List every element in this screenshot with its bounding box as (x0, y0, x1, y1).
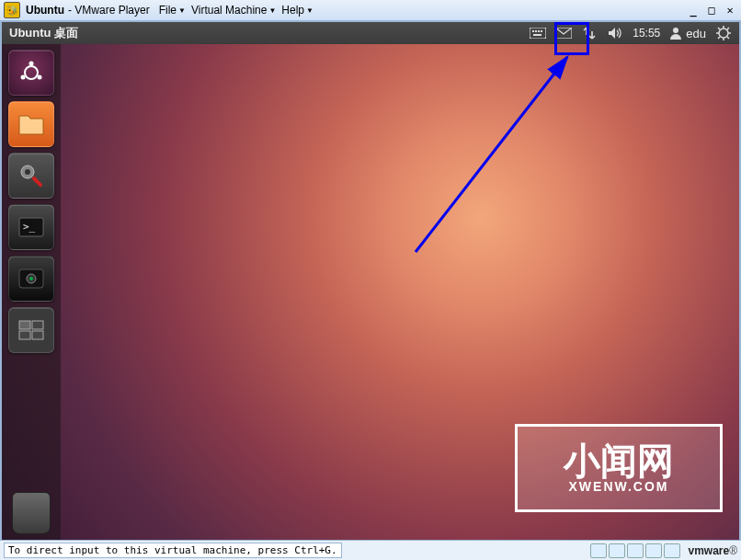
guest-display[interactable]: Ubuntu 桌面 15:55 edu (0, 21, 741, 540)
tray-device-icon[interactable] (609, 543, 625, 558)
watermark-overlay: 小闻网 XWENW.COM (515, 424, 723, 512)
svg-text:>_: >_ (23, 221, 36, 233)
statusbar-right: vmware® (590, 543, 737, 558)
svg-point-8 (673, 28, 678, 33)
ubuntu-top-panel: Ubuntu 桌面 15:55 edu (2, 22, 739, 44)
vmware-menu: File▼ Virtual Machine▼ Help▼ (159, 4, 314, 17)
svg-point-12 (21, 75, 26, 80)
indicator-area: 15:55 edu (530, 25, 732, 41)
user-name: edu (686, 27, 706, 40)
svg-rect-1 (532, 30, 534, 32)
system-indicator-icon[interactable] (715, 25, 732, 41)
svg-rect-24 (19, 331, 30, 339)
vm-title-prefix: Ubuntu (26, 4, 64, 17)
vmware-window: 🐝 Ubuntu - VMware Player File▼ Virtual M… (0, 0, 741, 560)
mail-indicator-icon[interactable] (555, 25, 572, 41)
tray-device-icon[interactable] (664, 543, 680, 558)
svg-point-11 (29, 62, 34, 66)
menu-help[interactable]: Help▼ (281, 4, 314, 17)
menu-file[interactable]: File▼ (159, 4, 186, 17)
launcher-trash-area (2, 492, 61, 534)
launcher-dash-home[interactable] (8, 50, 54, 96)
svg-point-10 (25, 66, 38, 79)
user-indicator[interactable]: edu (669, 27, 706, 40)
app-menu-title[interactable]: Ubuntu 桌面 (9, 25, 78, 41)
keyboard-indicator-icon[interactable] (530, 25, 546, 41)
vmware-titlebar: 🐝 Ubuntu - VMware Player File▼ Virtual M… (0, 0, 741, 21)
menu-virtual-machine[interactable]: Virtual Machine▼ (191, 4, 276, 17)
svg-rect-2 (535, 30, 537, 32)
chevron-down-icon: ▼ (306, 6, 314, 15)
svg-rect-16 (31, 176, 43, 188)
vmware-logo: vmware® (688, 544, 737, 557)
launcher-camera[interactable] (8, 256, 54, 302)
ubuntu-logo-icon (17, 59, 45, 86)
svg-point-13 (38, 75, 42, 80)
watermark-text-big: 小闻网 (564, 442, 674, 479)
chevron-down-icon: ▼ (178, 6, 186, 15)
launcher-files[interactable] (8, 101, 54, 147)
vmware-app-icon: 🐝 (4, 2, 20, 18)
launcher-workspace-switcher[interactable] (8, 307, 54, 353)
workspace-grid-icon (18, 320, 44, 340)
vmware-statusbar: To direct input to this virtual machine,… (0, 540, 741, 560)
network-indicator-icon[interactable] (581, 25, 598, 41)
tray-device-icon[interactable] (645, 543, 662, 558)
vm-title-suffix: - VMware Player (68, 4, 150, 17)
folder-icon (17, 112, 45, 136)
launcher-terminal[interactable]: >_ (8, 204, 54, 250)
svg-rect-4 (541, 30, 542, 32)
unity-launcher: >_ (2, 44, 61, 540)
watermark-text-small: XWENW.COM (569, 479, 669, 494)
clock-indicator[interactable]: 15:55 (633, 27, 660, 40)
chevron-down-icon: ▼ (268, 6, 276, 15)
volume-indicator-icon[interactable] (607, 25, 623, 41)
svg-rect-5 (533, 34, 542, 36)
svg-rect-22 (19, 321, 30, 329)
camera-icon (18, 269, 44, 289)
tray-device-icon[interactable] (590, 543, 607, 558)
svg-rect-3 (538, 30, 540, 32)
minimize-button[interactable]: _ (686, 4, 701, 17)
svg-rect-23 (32, 321, 43, 329)
tray-device-icon[interactable] (627, 543, 644, 558)
gear-wrench-icon (17, 162, 45, 189)
device-tray (590, 543, 680, 558)
maximize-button[interactable]: □ (704, 4, 719, 17)
svg-rect-25 (32, 331, 43, 339)
close-button[interactable]: ✕ (723, 4, 737, 17)
terminal-icon: >_ (18, 217, 44, 237)
svg-point-9 (719, 29, 728, 38)
svg-point-21 (29, 277, 33, 280)
user-icon (669, 27, 682, 40)
svg-rect-0 (530, 28, 546, 39)
launcher-trash[interactable] (12, 492, 51, 534)
window-controls: _ □ ✕ (686, 4, 737, 17)
launcher-settings[interactable] (8, 153, 54, 199)
svg-point-15 (25, 169, 30, 175)
svg-marker-7 (609, 28, 615, 39)
status-message: To direct input to this virtual machine,… (4, 543, 342, 558)
